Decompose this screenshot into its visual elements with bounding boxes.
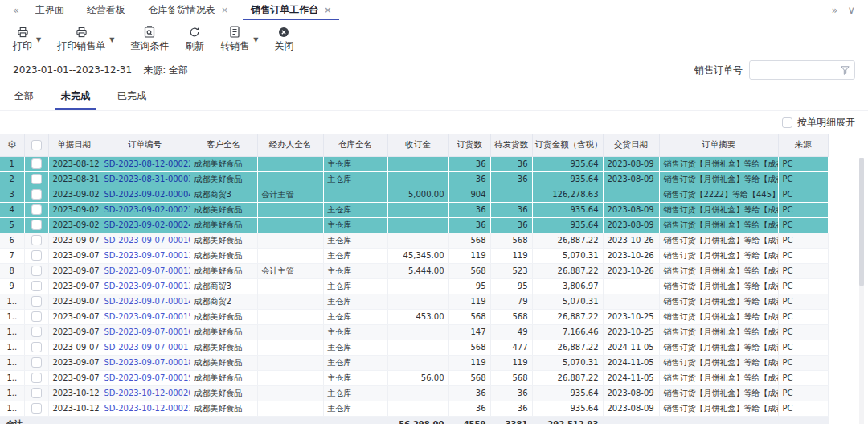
row-select-checkbox[interactable] — [31, 311, 42, 322]
order-number-link[interactable]: SD-2023-09-07-00012 — [104, 266, 190, 275]
row-select-checkbox[interactable] — [31, 266, 42, 276]
row-select-checkbox[interactable] — [31, 250, 42, 261]
expand-checkbox[interactable] — [782, 117, 792, 128]
order-number-link[interactable]: SD-2023-09-07-00018 — [104, 358, 190, 367]
table-row[interactable]: 12023-08-12SD-2023-08-12-00022成都美好食品主仓库3… — [0, 156, 828, 171]
table-row[interactable]: 52023-09-02SD-2023-09-02-00024成都美好食品主仓库3… — [0, 217, 828, 233]
tab-business-dashboard[interactable]: 经营看板 — [76, 0, 137, 19]
column-header[interactable]: 客户全名 — [190, 134, 257, 156]
tab-close-icon[interactable]: × — [324, 5, 331, 15]
order-number-link[interactable]: SD-2023-09-07-00019 — [104, 373, 190, 382]
order-number-link[interactable]: SD-2023-09-07-00011 — [104, 251, 190, 260]
gear-icon[interactable]: ⚙ — [7, 138, 17, 150]
row-select-checkbox[interactable] — [31, 158, 42, 169]
table-row[interactable]: 92023-09-07SD-2023-09-07-00013成都商贸3主仓库95… — [0, 278, 828, 294]
select-all-header[interactable] — [24, 134, 48, 156]
status-tab-bar: 全部未完成已完成 — [0, 81, 868, 111]
row-select-checkbox[interactable] — [31, 281, 42, 291]
column-header[interactable]: 来源 — [778, 134, 828, 156]
table-row[interactable]: 22023-08-31SD-2023-08-31-00003成都美好食品主仓库3… — [0, 171, 828, 187]
row-select-checkbox[interactable] — [31, 357, 42, 368]
status-tab-all[interactable]: 全部 — [13, 88, 35, 110]
print-button[interactable]: 打印▼ — [13, 26, 41, 53]
table-row[interactable]: 82023-09-07SD-2023-09-07-00012成都美好食品会计主管… — [0, 263, 828, 278]
row-select-checkbox[interactable] — [31, 403, 42, 414]
dropdown-caret-icon[interactable]: ▼ — [253, 36, 258, 43]
table-row[interactable]: 1..2023-09-07SD-2023-09-07-00015成都美好食品主仓… — [0, 309, 828, 324]
table-row[interactable]: 1..2023-09-07SD-2023-09-07-00014成都商贸2主仓库… — [0, 294, 828, 309]
tabs-collapse-icon[interactable]: « — [8, 4, 24, 16]
order-number-link[interactable]: SD-2023-09-02-00023 — [104, 205, 190, 214]
row-select-checkbox[interactable] — [31, 327, 42, 337]
column-settings-header[interactable]: ⚙ — [0, 134, 24, 156]
refresh-button[interactable]: 刷新 — [185, 26, 204, 53]
table-row[interactable]: 42023-09-02SD-2023-09-02-00023成都美好食品主仓库3… — [0, 202, 828, 217]
column-header[interactable]: 订单摘要 — [659, 134, 778, 156]
column-header[interactable]: 订单编号 — [100, 134, 190, 156]
row-select-checkbox[interactable] — [31, 220, 42, 230]
table-row[interactable]: 1..2023-09-07SD-2023-09-07-00016成都美好食品主仓… — [0, 324, 828, 340]
column-header[interactable]: 经办人全名 — [257, 134, 323, 156]
order-number-link[interactable]: SD-2023-08-12-00022 — [104, 159, 190, 168]
order-number-link[interactable]: SD-2023-09-07-00010 — [104, 236, 190, 245]
table-row[interactable]: 62023-09-07SD-2023-09-07-00010成都美好食品主仓库5… — [0, 233, 828, 248]
cell-warehouse: 主仓库 — [323, 278, 387, 294]
order-number-link[interactable]: SD-2023-08-31-00003 — [104, 175, 190, 183]
order-number-link[interactable]: SD-2023-09-07-00016 — [104, 327, 190, 336]
query-conditions-button[interactable]: 查询条件 — [130, 26, 169, 53]
status-tab-incomplete[interactable]: 未完成 — [59, 88, 92, 110]
row-select-checkbox[interactable] — [31, 204, 42, 215]
table-row[interactable]: 72023-09-07SD-2023-09-07-00011成都美好食品主仓库4… — [0, 248, 828, 263]
tab-warehouse-stock-report[interactable]: 仓库备货情况表× — [137, 0, 240, 19]
dropdown-caret-icon[interactable]: ▼ — [109, 36, 114, 43]
select-all-checkbox[interactable] — [31, 140, 42, 150]
column-header[interactable]: 待发货数 — [490, 134, 532, 156]
table-row[interactable]: 32023-09-02SD-2023-09-02-00004成都商贸3会计主管5… — [0, 187, 828, 202]
scrollbar-thumb[interactable] — [859, 158, 864, 286]
cell-summary: 销售订货【月饼礼盒】等给【成都美好食品】： — [659, 340, 778, 355]
row-select-checkbox[interactable] — [31, 174, 42, 184]
status-tab-completed[interactable]: 已完成 — [116, 88, 148, 110]
row-select-checkbox[interactable] — [31, 296, 42, 307]
convert-to-sales-button[interactable]: 转销售▼ — [220, 26, 258, 53]
cell-customer: 成都美好食品 — [190, 385, 257, 401]
table-row[interactable]: 1..2023-09-07SD-2023-09-07-00017成都美好食品主仓… — [0, 340, 828, 355]
table-row[interactable]: 1..2023-09-07SD-2023-09-07-00018成都美好食品主仓… — [0, 355, 828, 370]
column-header[interactable]: 仓库全名 — [323, 134, 387, 156]
table-row[interactable]: 1..2023-09-07SD-2023-09-07-00019成都美好食品主仓… — [0, 370, 828, 385]
cell-deposit — [387, 385, 448, 401]
sales-order-no-input[interactable] — [756, 64, 838, 76]
row-select-checkbox[interactable] — [31, 388, 42, 398]
table-row[interactable]: 1..2023-10-12SD-2023-10-12-00021成都美好食品主仓… — [0, 401, 828, 416]
vertical-scrollbar[interactable] — [859, 158, 864, 424]
column-header[interactable]: 订货金额（含税） — [532, 134, 603, 156]
column-header[interactable]: 收订金 — [387, 134, 448, 156]
tabs-dropdown-icon[interactable]: ∨ — [842, 4, 860, 16]
tab-close-icon[interactable]: × — [221, 5, 228, 15]
order-number-link[interactable]: SD-2023-10-12-00020 — [104, 389, 190, 397]
order-number-link[interactable]: SD-2023-10-12-00021 — [104, 404, 190, 413]
dropdown-caret-icon[interactable]: ▼ — [36, 36, 41, 43]
order-number-link[interactable]: SD-2023-09-02-00004 — [104, 190, 190, 199]
tab-main-screen[interactable]: 主界面 — [24, 0, 76, 19]
close-button[interactable]: 关闭 — [274, 26, 293, 53]
row-select-checkbox[interactable] — [31, 235, 42, 245]
cell-date: 2023-09-07 — [48, 355, 100, 370]
row-select-checkbox[interactable] — [31, 373, 42, 383]
tabs-expand-icon[interactable]: » — [827, 4, 843, 16]
column-header[interactable]: 订货数 — [448, 134, 490, 156]
order-number-link[interactable]: SD-2023-09-02-00024 — [104, 220, 190, 229]
column-header[interactable]: 交货日期 — [603, 134, 659, 156]
row-select-checkbox[interactable] — [31, 342, 42, 352]
order-number-link[interactable]: SD-2023-09-07-00017 — [104, 343, 190, 352]
filter-funnel-icon[interactable] — [841, 66, 850, 75]
cell-select — [24, 294, 48, 309]
tab-sales-order-workbench[interactable]: 销售订单工作台× — [240, 0, 342, 19]
row-select-checkbox[interactable] — [31, 189, 42, 200]
table-row[interactable]: 1..2023-10-12SD-2023-10-12-00020成都美好食品主仓… — [0, 385, 828, 401]
column-header[interactable]: 单据日期 — [48, 134, 100, 156]
print-sales-order-button[interactable]: 打印销售单▼ — [57, 26, 114, 53]
order-number-link[interactable]: SD-2023-09-07-00014 — [104, 297, 190, 306]
order-number-link[interactable]: SD-2023-09-07-00013 — [104, 282, 190, 290]
order-number-link[interactable]: SD-2023-09-07-00015 — [104, 312, 190, 321]
